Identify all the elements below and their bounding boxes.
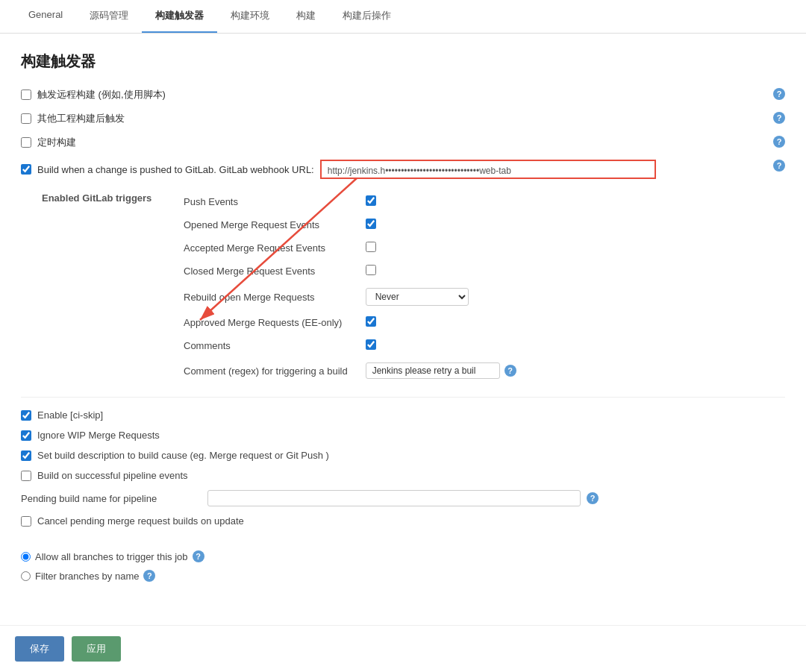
checkbox-comments[interactable] bbox=[366, 339, 376, 350]
checkbox-remote[interactable] bbox=[21, 90, 31, 100]
trigger-opened-mr: Opened Merge Request Events bbox=[184, 214, 516, 236]
radio-filter-branches[interactable] bbox=[21, 571, 31, 581]
tabs-bar: General 源码管理 构建触发器 构建环境 构建 构建后操作 bbox=[0, 0, 806, 34]
option-allow-branches: Allow all branches to trigger this job ? bbox=[21, 550, 785, 562]
checkbox-gitlab[interactable] bbox=[21, 164, 31, 175]
label-build-desc: Set build description to build cause (eg… bbox=[37, 450, 329, 461]
checkbox-ci-skip[interactable] bbox=[21, 410, 31, 421]
option-filter-branches: Filter branches by name ? bbox=[21, 570, 785, 582]
label-ignore-wip: Ignore WIP Merge Requests bbox=[37, 430, 160, 441]
label-comments: Comments bbox=[184, 335, 366, 357]
option-build-desc: Set build description to build cause (eg… bbox=[21, 450, 785, 461]
help-allow-branches-icon[interactable]: ? bbox=[193, 550, 204, 562]
help-remote-icon[interactable]: ? bbox=[773, 88, 785, 100]
option-other: 其他工程构建后触发 ? bbox=[21, 112, 785, 125]
checkbox-accepted-mr[interactable] bbox=[366, 242, 376, 252]
page-content: 构建触发器 触发远程构建 (例如,使用脚本) ? 其他工程构建后触发 ? 定时构… bbox=[0, 34, 806, 672]
gitlab-left: Enabled GitLab triggers bbox=[42, 189, 154, 204]
option-remote: 触发远程构建 (例如,使用脚本) ? bbox=[21, 88, 785, 101]
label-ci-skip: Enable [ci-skip] bbox=[37, 409, 103, 421]
checkbox-approved-mr[interactable] bbox=[366, 316, 376, 327]
label-other: 其他工程构建后触发 bbox=[37, 112, 125, 125]
gitlab-right: Push Events Opened Merge Request Events … bbox=[184, 189, 785, 385]
tab-source[interactable]: 源码管理 bbox=[76, 0, 142, 33]
trigger-grid: Push Events Opened Merge Request Events … bbox=[184, 189, 516, 385]
checkbox-opened-mr[interactable] bbox=[366, 219, 376, 229]
checkbox-ignore-wip[interactable] bbox=[21, 430, 31, 441]
option-ignore-wip: Ignore WIP Merge Requests bbox=[21, 430, 785, 441]
checkbox-push[interactable] bbox=[366, 195, 376, 206]
tab-post[interactable]: 构建后操作 bbox=[329, 0, 404, 33]
checkbox-cron[interactable] bbox=[21, 137, 31, 148]
trigger-approved-mr: Approved Merge Requests (EE-only) bbox=[184, 312, 516, 333]
trigger-closed-mr: Closed Merge Request Events bbox=[184, 260, 516, 282]
page-title: 构建触发器 bbox=[21, 51, 785, 72]
label-opened-mr: Opened Merge Request Events bbox=[184, 214, 366, 236]
checkbox-successful-pipeline[interactable] bbox=[21, 471, 31, 481]
trigger-push: Push Events bbox=[184, 191, 516, 213]
help-comment-regex-icon[interactable]: ? bbox=[504, 365, 516, 377]
help-cron-icon[interactable]: ? bbox=[773, 136, 785, 148]
label-closed-mr: Closed Merge Request Events bbox=[184, 260, 366, 282]
tab-env[interactable]: 构建环境 bbox=[217, 0, 283, 33]
apply-button[interactable]: 应用 bbox=[72, 636, 121, 662]
help-filter-branches-icon[interactable]: ? bbox=[143, 570, 155, 582]
trigger-comments: Comments bbox=[184, 335, 516, 357]
help-other-icon[interactable]: ? bbox=[773, 112, 785, 124]
option-pending-name: Pending build name for pipeline ? bbox=[21, 490, 785, 506]
label-gitlab: Build when a change is pushed to GitLab.… bbox=[37, 164, 314, 175]
separator-1 bbox=[21, 397, 785, 398]
trigger-comment-regex: Comment (regex) for triggering a build ? bbox=[184, 358, 516, 383]
label-rebuild: Rebuild open Merge Requests bbox=[184, 283, 366, 310]
help-gitlab-icon[interactable]: ? bbox=[773, 160, 785, 172]
option-cancel-pending: Cancel pending merge request builds on u… bbox=[21, 515, 785, 527]
label-remote: 触发远程构建 (例如,使用脚本) bbox=[37, 88, 166, 101]
gitlab-triggers-header: Enabled GitLab triggers bbox=[42, 192, 151, 204]
tab-general[interactable]: General bbox=[15, 0, 76, 33]
label-pending-name: Pending build name for pipeline bbox=[21, 493, 200, 504]
webhook-url: http://jenkins.h••••••••••••••••••••••••… bbox=[320, 160, 656, 179]
label-accepted-mr: Accepted Merge Request Events bbox=[184, 237, 366, 259]
tab-triggers[interactable]: 构建触发器 bbox=[142, 0, 217, 33]
checkbox-other[interactable] bbox=[21, 113, 31, 124]
label-filter-branches: Filter branches by name bbox=[35, 571, 139, 582]
input-pending-name[interactable] bbox=[207, 490, 581, 506]
gitlab-triggers-section: Enabled GitLab triggers Push Events Open… bbox=[42, 189, 785, 385]
label-allow-branches: Allow all branches to trigger this job bbox=[35, 551, 188, 562]
checkbox-closed-mr[interactable] bbox=[366, 265, 376, 275]
label-approved-mr: Approved Merge Requests (EE-only) bbox=[184, 312, 366, 333]
trigger-accepted-mr: Accepted Merge Request Events bbox=[184, 237, 516, 259]
select-rebuild[interactable]: Never Always Source Branch bbox=[366, 288, 469, 306]
trigger-rebuild: Rebuild open Merge Requests Never Always… bbox=[184, 283, 516, 310]
label-cron: 定时构建 bbox=[37, 136, 76, 149]
option-cron: 定时构建 ? bbox=[21, 136, 785, 149]
help-pending-icon[interactable]: ? bbox=[587, 492, 599, 504]
label-push: Push Events bbox=[184, 191, 366, 213]
tab-build[interactable]: 构建 bbox=[283, 0, 329, 33]
label-cancel-pending: Cancel pending merge request builds on u… bbox=[37, 515, 244, 527]
checkbox-build-desc[interactable] bbox=[21, 450, 31, 461]
checkbox-cancel-pending[interactable] bbox=[21, 516, 31, 527]
save-button[interactable]: 保存 bbox=[15, 636, 64, 662]
option-gitlab: Build when a change is pushed to GitLab.… bbox=[21, 160, 785, 179]
option-successful-pipeline: Build on successful pipeline events bbox=[21, 470, 785, 481]
radio-allow-all-branches[interactable] bbox=[21, 552, 31, 562]
input-comment-regex[interactable] bbox=[366, 362, 500, 379]
option-ci-skip: Enable [ci-skip] bbox=[21, 409, 785, 421]
footer-bar: 保存 应用 bbox=[0, 625, 806, 672]
label-comment-regex: Comment (regex) for triggering a build bbox=[184, 358, 366, 383]
label-successful-pipeline: Build on successful pipeline events bbox=[37, 470, 188, 481]
